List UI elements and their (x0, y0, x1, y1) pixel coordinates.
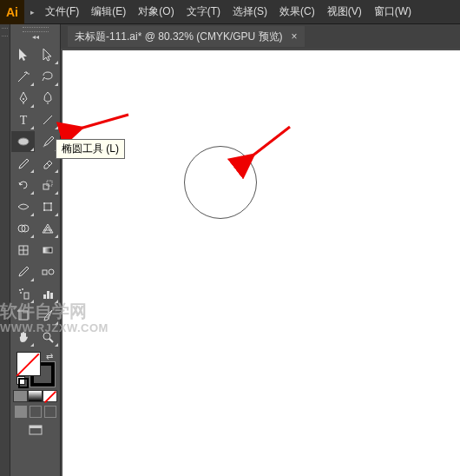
svg-rect-25 (43, 294, 46, 299)
svg-point-20 (49, 269, 54, 274)
svg-point-12 (50, 209, 52, 211)
draw-behind-mode[interactable] (30, 406, 42, 418)
direct-selection-tool[interactable] (36, 44, 59, 65)
canvas-area[interactable] (61, 49, 460, 476)
svg-point-1 (23, 98, 24, 100)
svg-point-9 (43, 202, 45, 204)
svg-rect-6 (43, 184, 49, 189)
document-tab-bar: 未标题-111.ai* @ 80.32% (CMYK/GPU 预览) × (61, 24, 460, 49)
svg-rect-27 (50, 293, 53, 299)
selection-tool[interactable] (11, 44, 35, 65)
zoom-tool[interactable] (36, 327, 59, 347)
rotate-tool[interactable] (11, 175, 35, 195)
width-tool[interactable] (11, 196, 35, 217)
free-transform-tool[interactable] (36, 196, 59, 217)
type-tool[interactable]: T (11, 109, 35, 130)
draw-normal-mode[interactable] (15, 406, 27, 418)
hand-tool[interactable] (11, 327, 35, 347)
lasso-tool[interactable] (36, 66, 59, 87)
shape-builder-tool[interactable] (11, 218, 35, 239)
color-mode-gradient[interactable] (28, 390, 43, 402)
svg-rect-18 (43, 248, 52, 253)
svg-point-0 (26, 72, 28, 74)
svg-rect-8 (44, 203, 51, 210)
app-menu-bar: Ai ▸ 文件(F) 编辑(E) 对象(O) 文字(T) 选择(S) 效果(C)… (0, 0, 460, 24)
svg-point-24 (20, 292, 22, 294)
svg-point-22 (19, 289, 21, 291)
svg-line-32 (49, 339, 53, 342)
svg-rect-28 (19, 311, 28, 320)
menu-effect[interactable]: 效果(C) (274, 1, 320, 23)
column-graph-tool[interactable] (36, 283, 59, 304)
svg-rect-21 (24, 293, 29, 299)
menu-select[interactable]: 选择(S) (227, 1, 273, 23)
gradient-tool[interactable] (36, 240, 59, 261)
menu-file[interactable]: 文件(F) (40, 1, 84, 23)
symbol-sprayer-tool[interactable] (11, 283, 35, 304)
svg-line-3 (43, 116, 52, 124)
document-tab[interactable]: 未标题-111.ai* @ 80.32% (CMYK/GPU 预览) × (68, 26, 305, 47)
menu-view[interactable]: 视图(V) (322, 1, 367, 23)
svg-rect-34 (30, 426, 42, 428)
scale-tool[interactable] (36, 175, 59, 195)
magic-wand-tool[interactable] (11, 66, 35, 87)
artboard[interactable] (62, 50, 460, 476)
menu-object[interactable]: 对象(O) (133, 1, 179, 23)
fill-swatch[interactable] (16, 352, 41, 376)
perspective-grid-tool[interactable] (36, 218, 59, 239)
pen-tool[interactable] (11, 88, 35, 109)
draw-inside-mode[interactable] (44, 406, 56, 418)
svg-point-11 (43, 209, 45, 211)
curvature-pen-tool[interactable] (36, 88, 59, 109)
svg-point-31 (43, 333, 50, 340)
screen-mode-button[interactable] (24, 421, 47, 439)
line-tool[interactable] (36, 109, 59, 130)
shaper-tool[interactable] (11, 153, 35, 174)
svg-point-23 (22, 288, 23, 290)
fill-stroke-swatches[interactable]: ⇄ (16, 352, 55, 387)
toolbox-panel: ◂◂ T (10, 24, 61, 476)
toolbox-grip[interactable] (10, 26, 60, 33)
close-tab-icon[interactable]: × (292, 30, 298, 43)
panel-collapse-icon[interactable]: ▸ (24, 8, 40, 17)
menu-edit[interactable]: 编辑(E) (86, 1, 131, 23)
ellipse-shape[interactable] (184, 146, 257, 219)
swap-fill-stroke-icon[interactable]: ⇄ (46, 352, 53, 361)
app-logo: Ai (0, 0, 24, 24)
slice-tool[interactable] (36, 305, 59, 326)
ellipse-tool[interactable] (11, 131, 35, 152)
svg-rect-19 (43, 270, 47, 274)
svg-text:T: T (19, 114, 27, 127)
svg-point-10 (50, 202, 52, 204)
color-mode-solid[interactable] (13, 390, 28, 402)
default-fill-stroke-icon[interactable] (16, 376, 27, 387)
toolbox-collapse-icon[interactable]: ◂◂ (10, 33, 60, 43)
tool-tooltip: 椭圆工具 (L) (56, 139, 125, 159)
menu-window[interactable]: 窗口(W) (369, 1, 417, 23)
svg-point-4 (18, 138, 29, 145)
svg-rect-7 (47, 181, 52, 186)
menu-type[interactable]: 文字(T) (181, 1, 226, 23)
color-mode-none[interactable] (43, 390, 57, 402)
svg-rect-26 (47, 291, 49, 299)
left-dock-strip (0, 24, 10, 476)
document-tab-title: 未标题-111.ai* @ 80.32% (CMYK/GPU 预览) (75, 30, 283, 44)
menu-bar: 文件(F) 编辑(E) 对象(O) 文字(T) 选择(S) 效果(C) 视图(V… (40, 1, 417, 23)
mesh-tool[interactable] (11, 240, 35, 261)
artboard-tool[interactable] (11, 305, 35, 326)
blend-tool[interactable] (36, 261, 59, 282)
svg-line-5 (47, 163, 49, 166)
eyedropper-tool[interactable] (11, 261, 35, 282)
